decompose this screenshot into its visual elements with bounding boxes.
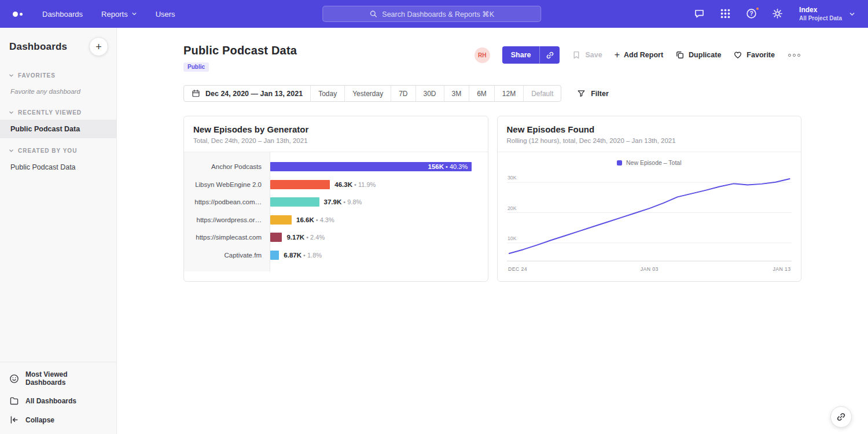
project-selector[interactable]: Index All Project Data <box>799 6 855 23</box>
share-button-label[interactable]: Share <box>502 46 540 64</box>
more-options-button[interactable] <box>787 52 801 59</box>
settings-gear-icon[interactable] <box>772 8 784 20</box>
chevron-down-icon <box>849 11 855 17</box>
date-range-picker[interactable]: Dec 24, 2020 — Jan 13, 2021 <box>184 86 310 101</box>
filter-funnel-icon <box>577 89 586 98</box>
bar-value-label: 37.9K • 9.8% <box>324 198 362 205</box>
save-icon <box>572 50 581 60</box>
link-icon <box>836 412 846 422</box>
logo-dot <box>13 12 18 17</box>
filter-button[interactable]: Filter <box>577 89 609 98</box>
date-range-label: Dec 24, 2020 — Jan 13, 2021 <box>205 90 303 98</box>
bar-chart-card: New Episodes by Generator Total, Dec 24t… <box>183 116 488 282</box>
bar[interactable] <box>270 197 319 207</box>
logo-dot-small <box>20 13 23 16</box>
calendar-icon <box>192 89 200 98</box>
title-block: Public Podcast Data Public <box>183 44 297 72</box>
all-dashboards-button[interactable]: All Dashboards <box>0 391 116 410</box>
preset-today[interactable]: Today <box>310 86 344 101</box>
collapse-label: Collapse <box>25 416 54 424</box>
preset-default[interactable]: Default <box>523 86 561 101</box>
bar[interactable] <box>270 180 330 189</box>
bar-row: Libsyn WebEngine 2.046.3K • 11.9% <box>184 176 488 194</box>
share-link-segment[interactable] <box>539 46 560 64</box>
sidebar: Dashboards + FAVORITES Favorite any dash… <box>0 28 117 434</box>
bar-row: https://simplecast.com9.17K • 2.4% <box>184 229 488 247</box>
bar-category-label: Libsyn WebEngine 2.0 <box>184 181 270 188</box>
nav-reports-label: Reports <box>101 10 128 19</box>
bar-value-label: 6.87K • 1.8% <box>284 252 322 259</box>
svg-text:JAN 03: JAN 03 <box>640 266 658 272</box>
bar[interactable] <box>270 251 279 260</box>
bar-track: 16.6K • 4.3% <box>270 215 488 225</box>
chart-legend: New Episode – Total <box>507 157 792 172</box>
preset-yesterday[interactable]: Yesterday <box>344 86 391 101</box>
line-card-title: New Episodes Found <box>507 124 792 134</box>
notification-badge <box>755 6 760 11</box>
preset-12m[interactable]: 12M <box>494 86 523 101</box>
mixpanel-logo-icon[interactable] <box>13 12 23 17</box>
heart-icon <box>733 50 742 60</box>
save-button[interactable]: Save <box>572 50 602 60</box>
navbar-right: ? Index All Project Data <box>694 6 855 23</box>
folder-icon <box>9 396 19 406</box>
help-icon[interactable]: ? <box>746 8 757 20</box>
sidebar-header: Dashboards + <box>0 28 116 63</box>
avatar[interactable]: RH <box>475 47 490 63</box>
bar-track: 156K • 40.3% <box>270 162 488 171</box>
report-cards: New Episodes by Generator Total, Dec 24t… <box>183 116 801 282</box>
line-chart[interactable]: 10K20K30KDEC 24JAN 03JAN 13 <box>507 172 792 278</box>
date-controls-row: Dec 24, 2020 — Jan 13, 2021 Today Yester… <box>183 85 801 102</box>
bar-card-subtitle: Total, Dec 24th, 2020 – Jan 13th, 2021 <box>193 137 479 144</box>
bar-card-header: New Episodes by Generator Total, Dec 24t… <box>184 116 488 152</box>
preset-3m[interactable]: 3M <box>444 86 469 101</box>
section-recently-viewed[interactable]: RECENTLY VIEWED <box>0 100 116 120</box>
public-badge: Public <box>183 62 209 72</box>
copy-icon <box>675 50 685 60</box>
svg-text:JAN 13: JAN 13 <box>773 266 790 272</box>
collapse-sidebar-button[interactable]: Collapse <box>0 410 116 429</box>
bar[interactable]: 156K • 40.3% <box>270 162 472 171</box>
search-input[interactable]: Search Dashboards & Reports ⌘K <box>322 6 541 22</box>
project-name: Index <box>799 6 842 15</box>
bar-category-label: https://podbean.com… <box>184 198 270 205</box>
dashboard-actions: RH Share Save + Add Report <box>475 44 801 64</box>
bar-row: https://podbean.com…37.9K • 9.8% <box>184 193 488 211</box>
preset-7d[interactable]: 7D <box>391 86 415 101</box>
duplicate-button[interactable]: Duplicate <box>675 50 721 60</box>
preset-30d[interactable]: 30D <box>415 86 444 101</box>
app-window: Dashboards Reports Users Search Dashboar… <box>0 0 868 434</box>
nav-users[interactable]: Users <box>156 10 175 19</box>
section-favorites[interactable]: FAVORITES <box>0 63 116 83</box>
share-button[interactable]: Share <box>502 46 560 64</box>
bar-value-label: 16.6K • 4.3% <box>296 216 334 223</box>
bar-row: Captivate.fm6.87K • 1.8% <box>184 247 488 264</box>
sidebar-item-public-podcast-data[interactable]: Public Podcast Data <box>0 120 116 138</box>
section-created-by-you[interactable]: CREATED BY YOU <box>0 138 116 158</box>
bar[interactable] <box>270 215 292 225</box>
add-report-button[interactable]: + Add Report <box>615 50 663 60</box>
project-subtitle: All Project Data <box>799 14 842 22</box>
bar-track: 6.87K • 1.8% <box>270 251 488 260</box>
bar[interactable] <box>270 233 282 242</box>
search-placeholder: Search Dashboards & Reports ⌘K <box>382 10 494 19</box>
svg-text:10K: 10K <box>507 236 516 241</box>
top-navbar: Dashboards Reports Users Search Dashboar… <box>0 0 868 28</box>
date-range-bar: Dec 24, 2020 — Jan 13, 2021 Today Yester… <box>183 85 561 102</box>
favorites-placeholder: Favorite any dashboard <box>0 83 116 100</box>
preset-6m[interactable]: 6M <box>469 86 494 101</box>
legend-swatch <box>617 160 622 165</box>
bar-category-label: https://wordpress.or… <box>184 216 270 223</box>
bar-category-label: Anchor Podcasts <box>184 163 270 170</box>
add-dashboard-button[interactable]: + <box>89 37 108 56</box>
feedback-icon[interactable] <box>694 8 705 20</box>
nav-reports[interactable]: Reports <box>101 10 137 19</box>
copy-link-floating-button[interactable] <box>830 406 852 428</box>
legend-label: New Episode – Total <box>626 159 682 166</box>
most-viewed-dashboards-button[interactable]: Most Viewed Dashboards <box>0 366 116 391</box>
favorite-button[interactable]: Favorite <box>733 50 775 60</box>
nav-dashboards[interactable]: Dashboards <box>42 10 83 19</box>
sidebar-item-public-podcast-data-created[interactable]: Public Podcast Data <box>0 158 116 176</box>
add-report-label: Add Report <box>624 51 663 59</box>
apps-grid-icon[interactable] <box>720 8 731 20</box>
